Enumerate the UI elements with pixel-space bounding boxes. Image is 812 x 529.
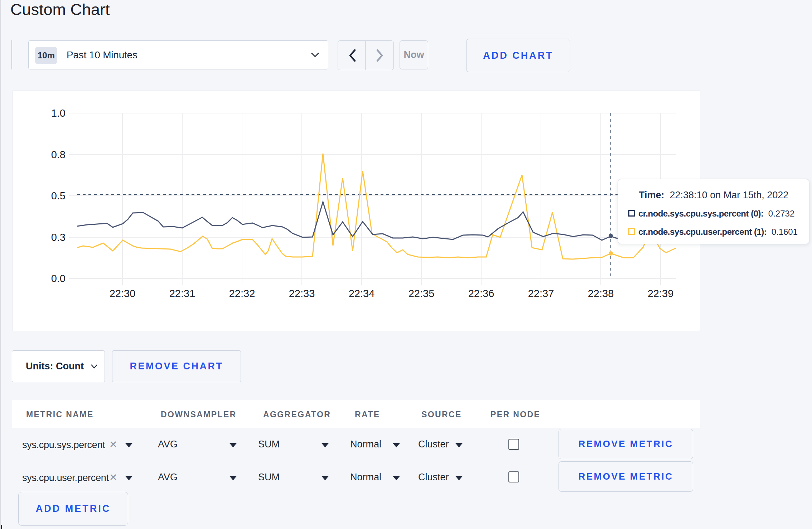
svg-text:22:34: 22:34 (349, 288, 375, 299)
svg-text:0.8: 0.8 (51, 149, 66, 160)
svg-text:0.3: 0.3 (51, 232, 66, 243)
svg-text:0.5: 0.5 (51, 190, 66, 202)
svg-text:0.0: 0.0 (51, 273, 66, 284)
svg-text:22:31: 22:31 (169, 288, 195, 299)
svg-text:22:39: 22:39 (648, 288, 674, 299)
svg-text:22:36: 22:36 (468, 288, 494, 299)
svg-text:22:33: 22:33 (289, 288, 315, 299)
svg-text:22:35: 22:35 (409, 288, 435, 299)
svg-text:1.0: 1.0 (51, 107, 66, 119)
svg-text:22:30: 22:30 (110, 288, 136, 299)
svg-text:22:38: 22:38 (588, 288, 614, 299)
svg-text:22:32: 22:32 (229, 288, 255, 299)
svg-text:22:37: 22:37 (528, 288, 554, 299)
